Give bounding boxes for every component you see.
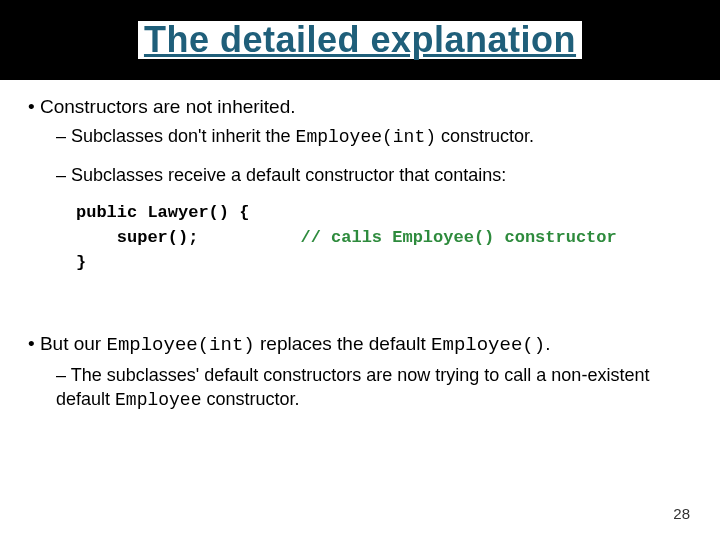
code-line: }: [76, 253, 86, 272]
code-inline: Employee: [115, 390, 201, 410]
bullet-default-constructor: Subclasses receive a default constructor…: [56, 163, 692, 187]
bullet-replaces-default: But our Employee(int) replaces the defau…: [28, 331, 692, 359]
code-line: public Lawyer() {: [76, 203, 249, 222]
code-inline: Employee(): [431, 334, 545, 356]
code-comment: // calls Employee() constructor: [300, 228, 616, 247]
bullet-subclasses-no-inherit: Subclasses don't inherit the Employee(in…: [56, 124, 692, 149]
text: .: [545, 333, 550, 354]
slide-title: The detailed explanation: [138, 21, 582, 59]
code-inline: Employee(int): [296, 127, 436, 147]
text: constructor.: [436, 126, 534, 146]
bullet-constructors-not-inherited: Constructors are not inherited.: [28, 94, 692, 120]
text: But our: [40, 333, 107, 354]
bullet-nonexistent-constructor: The subclasses' default constructors are…: [56, 363, 692, 413]
spacer: [28, 275, 692, 331]
code-inline: Employee(int): [106, 334, 254, 356]
text: Subclasses don't inherit the: [71, 126, 296, 146]
title-band: The detailed explanation: [0, 0, 720, 80]
slide-body: Constructors are not inherited. Subclass…: [0, 80, 720, 412]
text: replaces the default: [255, 333, 431, 354]
text: constructor.: [201, 389, 299, 409]
code-line: super();: [76, 228, 198, 247]
code-pad: [198, 228, 300, 247]
slide: The detailed explanation Constructors ar…: [0, 0, 720, 540]
code-block: public Lawyer() { super(); // calls Empl…: [76, 201, 692, 275]
page-number: 28: [673, 505, 690, 522]
